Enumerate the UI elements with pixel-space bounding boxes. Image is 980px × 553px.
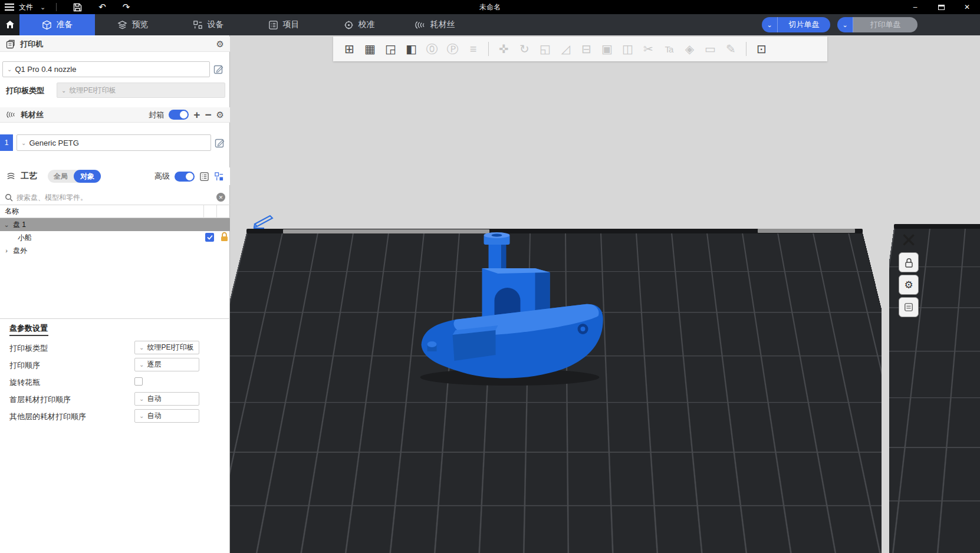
enclosure-toggle[interactable] [169, 110, 189, 120]
filament-coil-icon [6, 110, 16, 119]
printer-preset-select[interactable]: ⌄ Q1 Pro 0.4 nozzle [2, 61, 210, 77]
ps-other-layers-order-select[interactable]: ⌄ 自动 [134, 409, 199, 423]
filament-settings-gear-icon[interactable]: ⚙ [216, 110, 224, 120]
scope-object[interactable]: 对象 [74, 170, 101, 183]
home-icon [5, 19, 15, 30]
plate-name-icon[interactable] [897, 297, 920, 317]
print-plate-button[interactable]: ⌄ 打印单盘 [837, 17, 917, 32]
maximize-button[interactable] [928, 0, 954, 14]
column-divider [216, 205, 217, 218]
ps-spiral-vase-checkbox[interactable] [134, 377, 143, 386]
left-panel: 打印机 ⚙ ⌄ Q1 Pro 0.4 nozzle 打印板类型 ⌄ 纹理PEI打… [0, 35, 230, 553]
home-button[interactable] [0, 14, 19, 35]
compare-presets-icon[interactable] [214, 172, 224, 182]
lay-flat-icon[interactable]: ◿ [557, 40, 575, 58]
add-plate-icon[interactable]: ▦ [361, 40, 379, 58]
add-object-icon[interactable]: ⊞ [340, 40, 359, 58]
scope-global[interactable]: 全局 [48, 172, 74, 182]
search-input[interactable] [17, 193, 213, 202]
chevron-down-icon: ⌄ [7, 66, 12, 73]
ps-other-layers-order-label: 其他层的耗材打印顺序 [9, 412, 86, 422]
tab-device[interactable]: 设备 [170, 14, 246, 35]
enclosure-label: 封箱 [149, 110, 164, 120]
tab-project[interactable]: 项目 [246, 14, 321, 35]
edit-printer-preset-icon[interactable] [213, 64, 224, 74]
cut-icon[interactable]: ✂ [639, 40, 657, 58]
split-height-icon[interactable]: ⊟ [577, 40, 596, 58]
ps-print-order-select[interactable]: ⌄ 逐层 [134, 358, 199, 371]
save-icon[interactable] [73, 3, 82, 12]
tab-filament[interactable]: 耗材丝 [397, 14, 472, 35]
tree-row-outside-plate[interactable]: › 盘外 [0, 244, 230, 257]
remove-filament-button[interactable]: − [205, 109, 211, 120]
expand-chevron-icon[interactable]: ⌄ [4, 221, 9, 229]
file-menu[interactable]: 文件 [19, 2, 33, 12]
filament-section-header: 耗材丝 封箱 + − ⚙ [0, 107, 230, 123]
tree-row-plate-1[interactable]: ⌄ 盘 1 [0, 218, 230, 231]
scale-icon[interactable]: ◱ [536, 40, 554, 58]
minimize-button[interactable]: – [902, 0, 928, 14]
scope-switch[interactable]: 全局 对象 [48, 170, 101, 183]
advanced-toggle[interactable] [175, 172, 195, 182]
advanced-label: 高级 [154, 171, 170, 182]
auto-arrange-icon[interactable]: ◲ [382, 40, 400, 58]
ps-plate-type-select[interactable]: ⌄ 纹理PEI打印板 [134, 341, 199, 354]
hamburger-menu-icon[interactable] [5, 2, 14, 12]
project-list-icon [268, 20, 278, 30]
column-divider [203, 205, 204, 218]
model-boat[interactable] [407, 230, 610, 389]
add-filament-button[interactable]: + [193, 109, 200, 120]
ps-first-layer-order-select[interactable]: ⌄ 自动 [134, 392, 199, 406]
collapsed-chevron-icon[interactable]: › [4, 247, 9, 254]
model-lock-icon[interactable] [221, 232, 228, 242]
import-zero-icon[interactable]: ⓪ [423, 40, 441, 58]
device-icon [193, 20, 203, 30]
edit-filament-preset-icon[interactable] [215, 137, 225, 148]
filament-slot-badge[interactable]: 1 [0, 134, 13, 151]
tab-prepare[interactable]: 准备 [19, 14, 95, 35]
import-process-icon[interactable]: Ⓟ [443, 40, 462, 58]
plate-lock-icon[interactable] [897, 252, 920, 272]
printer-icon [6, 40, 15, 49]
plate-settings-title-underline [9, 335, 48, 336]
toolbar-divider [488, 42, 489, 56]
redo-icon[interactable]: ↷ [123, 2, 130, 12]
document-title: 未命名 [0, 2, 980, 12]
text-icon[interactable]: Ta [660, 40, 678, 58]
tab-calibration[interactable]: 校准 [321, 14, 397, 35]
seam-icon[interactable]: ✎ [722, 40, 740, 58]
assembly-icon[interactable]: ⊡ [752, 40, 771, 58]
plate-type-select[interactable]: ⌄ 纹理PEI打印板 [57, 83, 225, 98]
split-parts-icon[interactable]: ◫ [619, 40, 637, 58]
chevron-down-icon: ⌄ [61, 87, 66, 94]
move-icon[interactable]: ✜ [495, 40, 513, 58]
printer-settings-gear-icon[interactable]: ⚙ [216, 39, 224, 50]
clear-search-icon[interactable]: ✕ [216, 193, 225, 202]
close-button[interactable]: ✕ [954, 0, 980, 14]
slice-dropdown-chevron-icon[interactable]: ⌄ [762, 17, 778, 32]
title-bar: 文件 ⌄ ↶ ↷ 未命名 – ✕ [0, 0, 980, 14]
plate-delete-icon[interactable]: ✕ [897, 229, 920, 252]
plate-name-edit-pencil-icon[interactable] [251, 212, 277, 229]
plate-settings-title: 盘参数设置 [9, 323, 48, 334]
layers-list-icon[interactable]: ≡ [464, 40, 482, 58]
model-visible-checkbox[interactable] [205, 233, 214, 242]
process-section-header: 工艺 全局 对象 高级 [0, 167, 230, 185]
print-dropdown-chevron-icon[interactable]: ⌄ [837, 17, 853, 32]
layout-icon[interactable]: ◧ [402, 40, 420, 58]
param-table-icon[interactable] [199, 172, 209, 182]
calibration-icon [344, 20, 354, 30]
undo-icon[interactable]: ↶ [98, 2, 106, 12]
measure-icon[interactable]: ▭ [701, 40, 719, 58]
slice-plate-button[interactable]: ⌄ 切片单盘 [762, 17, 830, 32]
tab-preview[interactable]: 预览 [95, 14, 170, 35]
rotate-icon[interactable]: ↻ [515, 40, 534, 58]
merge-icon[interactable]: ▣ [598, 40, 616, 58]
ps-print-order-label: 打印顺序 [9, 360, 40, 371]
chevron-down-icon[interactable]: ⌄ [40, 4, 45, 11]
plate-settings-icon[interactable]: ⚙ [897, 275, 920, 295]
tree-row-model-boat[interactable]: 小船 [0, 231, 230, 244]
filament-preset-select[interactable]: ⌄ Generic PETG [17, 134, 211, 151]
paint-icon[interactable]: ◈ [680, 40, 699, 58]
cube-icon [42, 20, 52, 30]
